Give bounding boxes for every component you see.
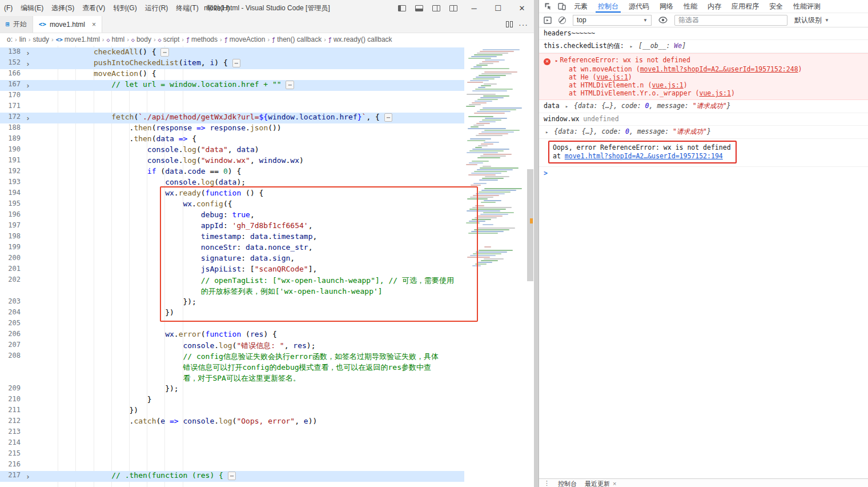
code-line[interactable]: 202 // openTagList: ["wx-open-launch-wea… — [0, 276, 464, 286]
breadcrumb-item[interactable]: study — [33, 35, 49, 43]
source-location-link[interactable]: vue.js:1 — [699, 89, 730, 97]
devtools-tab[interactable]: 源代码 — [624, 0, 654, 13]
devtools-tab[interactable]: 网络 — [654, 0, 678, 13]
breadcrumb-item[interactable]: ƒmethods — [186, 35, 218, 43]
expand-triangle-icon[interactable]: ▸ — [630, 43, 633, 49]
code-line[interactable]: 206 wx.error(function (res) { — [0, 330, 464, 341]
code-line[interactable]: 209 }); — [0, 384, 464, 395]
menu-item[interactable]: 转到(G) — [109, 0, 140, 16]
source-location-link[interactable]: vue.js:1 — [596, 73, 628, 81]
devtools-tab[interactable]: 性能评测 — [788, 0, 826, 13]
fold-chevron-icon[interactable]: › — [24, 471, 32, 482]
devtools-tab[interactable]: 控制台 — [593, 0, 624, 13]
code-line[interactable]: 196 debug: true, — [0, 210, 464, 221]
code-line[interactable]: 198 timestamp: data.timestamp, — [0, 232, 464, 243]
code-line[interactable]: 171 — [0, 102, 464, 113]
devtools-tab[interactable]: 元素 — [569, 0, 593, 13]
toggle-panel-icon[interactable] — [415, 5, 423, 11]
log-level-selector[interactable]: 默认级别 ▼ — [794, 15, 829, 25]
drawer-tab[interactable]: 控制台 — [558, 480, 577, 487]
code-line[interactable]: 213 — [0, 428, 464, 438]
code-line[interactable]: 204 }) — [0, 308, 464, 319]
close-drawer-icon[interactable]: × — [613, 480, 616, 487]
expand-triangle-icon[interactable]: ▸ — [555, 58, 558, 63]
menu-item[interactable]: 查看(V) — [78, 0, 109, 16]
code-line[interactable]: 172› fetch(`./api/method/getWxJdk?url=${… — [0, 113, 464, 123]
expand-triangle-icon[interactable]: ▸ — [565, 103, 568, 109]
clear-console-icon[interactable] — [558, 17, 566, 24]
breadcrumb-item[interactable]: ◇body — [131, 35, 151, 43]
code-line[interactable]: 201 jsApiList: ["scanQRCode"], — [0, 265, 464, 276]
code-line[interactable]: 166 moveAction() { — [0, 69, 464, 80]
breadcrumb-item[interactable]: ƒthen() callback — [272, 35, 322, 43]
console-filter-input[interactable] — [674, 15, 787, 26]
fold-chevron-icon[interactable]: › — [24, 113, 32, 123]
breadcrumb-item[interactable]: ƒwx.ready() callback — [328, 35, 392, 43]
drawer-tab[interactable]: 最近更新× — [585, 480, 616, 487]
editor-scrollbar[interactable] — [527, 46, 534, 487]
device-toolbar-icon[interactable] — [555, 0, 569, 13]
code-line[interactable]: 看，对于SPA可以在这里更新签名。 — [0, 373, 464, 384]
code-line[interactable]: 212 .catch(e => console.log("Oops, error… — [0, 417, 464, 428]
code-line[interactable]: 195 wx.config({ — [0, 199, 464, 210]
devtools-tab[interactable]: 性能 — [678, 0, 702, 13]
more-actions-icon[interactable]: ··· — [519, 20, 528, 29]
fold-chevron-icon[interactable]: › — [24, 58, 32, 69]
split-editor-icon[interactable] — [506, 21, 513, 27]
code-line[interactable]: 199 nonceStr: data.nonce_str, — [0, 243, 464, 254]
code-line[interactable]: 205 — [0, 319, 464, 330]
code-line[interactable]: 203 }); — [0, 297, 464, 308]
devtools-tab[interactable]: 内存 — [702, 0, 726, 13]
minimize-button[interactable]: ─ — [462, 0, 486, 16]
code-line[interactable]: 194 wx.ready(function () { — [0, 189, 464, 199]
customize-layout-icon[interactable] — [449, 5, 457, 11]
code-line[interactable]: 207 console.log("错误信息: ", res); — [0, 341, 464, 352]
devtools-tab[interactable]: 安全 — [764, 0, 788, 13]
tab-start[interactable]: ⊞ 开始 — [0, 16, 33, 33]
code-line[interactable]: 188 .then(response => response.json()) — [0, 123, 464, 134]
code-line[interactable]: 152› pushIntoCheckedList(item, i) { ⋯ — [0, 58, 464, 69]
menu-item[interactable]: 选择(S) — [47, 0, 78, 16]
expand-triangle-icon[interactable]: ▸ — [545, 129, 548, 135]
breadcrumb-item[interactable]: ƒmoveAction — [224, 35, 266, 43]
devtools-tab[interactable]: 应用程序 — [726, 0, 764, 13]
menu-item[interactable]: 终端(T) — [172, 0, 202, 16]
source-location-link[interactable]: vue.js:1 — [652, 81, 683, 89]
code-line[interactable]: 138› checkedAll() { ⋯ — [0, 47, 464, 58]
console-prompt[interactable]: > — [539, 167, 868, 179]
code-line[interactable]: 216 — [0, 460, 464, 471]
menu-item[interactable]: 帮助(H) — [203, 0, 234, 16]
fold-chevron-icon[interactable]: › — [24, 80, 32, 91]
code-line[interactable]: 167› // let url = window.location.href +… — [0, 80, 464, 91]
menu-item[interactable]: 编辑(E) — [17, 0, 47, 16]
maximize-button[interactable]: ☐ — [486, 0, 510, 16]
close-button[interactable]: ✕ — [510, 0, 534, 16]
inspect-element-icon[interactable] — [541, 0, 555, 13]
source-location-link[interactable]: move1.html?shopId=A2…&userId=1957152:194 — [565, 152, 723, 160]
code-line[interactable]: 错误信息可以打开config的debug模式查看，也可以在返回的res参数中查 — [0, 362, 464, 373]
code-line[interactable]: 210 } — [0, 395, 464, 406]
breadcrumb-item[interactable]: o: — [7, 35, 13, 43]
toggle-secondary-sidebar-icon[interactable] — [432, 5, 440, 11]
code-line[interactable]: 215 — [0, 449, 464, 460]
context-selector[interactable]: top ▼ — [573, 15, 652, 26]
code-line[interactable]: 208 // config信息验证失败会执行error函数，如签名过期导致验证失… — [0, 352, 464, 362]
code-line[interactable]: 197 appId: 'gh_7d8bf1cf6654', — [0, 221, 464, 232]
code-line[interactable]: 190 console.log("data", data) — [0, 145, 464, 156]
code-line[interactable]: 193 console.log(data); — [0, 178, 464, 189]
scrollbar-thumb[interactable] — [527, 169, 533, 281]
minimap[interactable] — [465, 47, 525, 293]
drawer-menu-icon[interactable]: ⋮ — [544, 480, 550, 487]
code-editor[interactable]: 138› checkedAll() { ⋯152› pushIntoChecke… — [0, 46, 534, 487]
code-line[interactable]: 191 console.log("window.wx", window.wx) — [0, 156, 464, 167]
breadcrumb-item[interactable]: <>move1.html — [56, 35, 100, 43]
source-location-link[interactable]: move1.html?shopId=A2…&userId=1957152:248 — [640, 65, 798, 73]
tab-move1-html[interactable]: <> move1.html × — [33, 16, 102, 33]
code-line[interactable]: 200 signature: data.sign, — [0, 254, 464, 265]
breadcrumb-item[interactable]: ◇html — [106, 35, 124, 43]
code-line[interactable]: 211 }) — [0, 406, 464, 417]
code-line[interactable]: 的开放标签列表，例如['wx-open-launch-weapp'] — [0, 286, 464, 297]
code-line[interactable]: 192 if (data.code == 0) { — [0, 167, 464, 178]
code-line[interactable]: 217› // .then(function (res) { ⋯ — [0, 471, 464, 482]
breadcrumb-item[interactable]: lin — [19, 35, 26, 43]
